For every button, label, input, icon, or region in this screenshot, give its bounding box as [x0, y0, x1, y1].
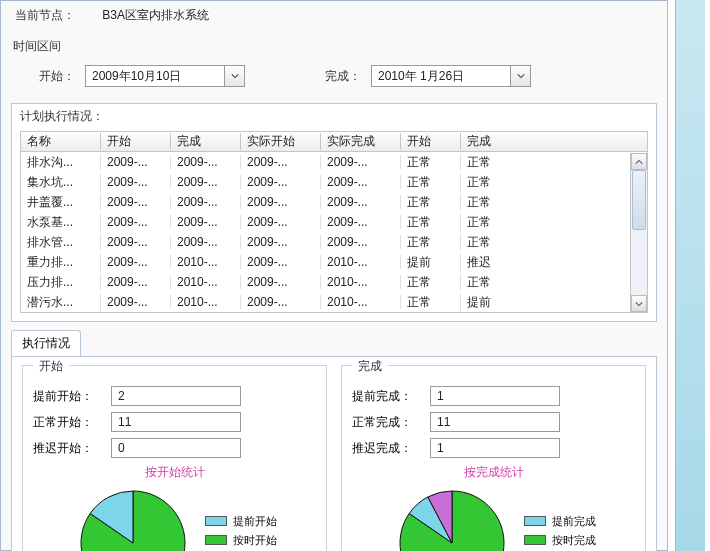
side-strip [675, 0, 705, 551]
end-date-dropdown[interactable] [511, 65, 531, 87]
main-window: 当前节点： B3A区室内排水系统 时间区间 开始： 完成： [0, 0, 668, 551]
late-finish-input[interactable] [430, 438, 560, 458]
cell: 潜污水... [21, 294, 101, 311]
table-row[interactable]: 排水沟...2009-...2009-...2009-...2009-...正常… [21, 152, 647, 172]
cell: 正常 [461, 214, 611, 231]
scroll-down-button[interactable] [631, 295, 647, 312]
scroll-track[interactable] [631, 170, 647, 295]
cell: 2009-... [241, 255, 321, 269]
col-header[interactable]: 开始 [401, 133, 461, 150]
late-start-label: 推迟开始： [33, 440, 103, 457]
normal-finish-input[interactable] [430, 412, 560, 432]
cell: 2009-... [171, 235, 241, 249]
table-body: 排水沟...2009-...2009-...2009-...2009-...正常… [21, 152, 647, 312]
current-node-value: B3A区室内排水系统 [102, 8, 209, 22]
normal-start-input[interactable] [111, 412, 241, 432]
early-finish-input[interactable] [430, 386, 560, 406]
cell: 2009-... [101, 215, 171, 229]
tab-exec[interactable]: 执行情况 [11, 330, 81, 356]
cell: 正常 [461, 194, 611, 211]
table-row[interactable]: 集水坑...2009-...2009-...2009-...2009-...正常… [21, 172, 647, 192]
table-row[interactable]: 排水管...2009-...2009-...2009-...2009-...正常… [21, 232, 647, 252]
col-header[interactable]: 开始 [101, 133, 171, 150]
cell: 2009-... [101, 255, 171, 269]
cell: 2009-... [321, 155, 401, 169]
cell: 正常 [401, 234, 461, 251]
col-header[interactable]: 实际完成 [321, 133, 401, 150]
early-start-input[interactable] [111, 386, 241, 406]
cell: 2009-... [241, 175, 321, 189]
cell: 2009-... [241, 195, 321, 209]
plan-table: 名称开始完成实际开始实际完成开始完成 排水沟...2009-...2009-..… [20, 131, 648, 313]
table-row[interactable]: 压力排...2009-...2010-...2009-...2010-...正常… [21, 272, 647, 292]
finish-panel-title: 完成 [352, 358, 388, 375]
cell: 集水坑... [21, 174, 101, 191]
late-start-input[interactable] [111, 438, 241, 458]
start-pie-chart [73, 485, 193, 551]
cell: 正常 [401, 194, 461, 211]
cell: 2009-... [101, 235, 171, 249]
normal-start-label: 正常开始： [33, 414, 103, 431]
cell: 2010-... [321, 295, 401, 309]
start-panel: 开始 提前开始： 正常开始： 推迟开始： 按开始统计 [22, 365, 327, 551]
start-date-label: 开始： [39, 68, 75, 85]
swatch-ontime-icon [205, 535, 227, 545]
swatch-ontime-icon [524, 535, 546, 545]
start-panel-title: 开始 [33, 358, 69, 375]
cell: 正常 [401, 214, 461, 231]
legend-label: 按时完成 [552, 533, 596, 548]
end-date-group: 完成： [325, 65, 531, 87]
cell: 正常 [461, 174, 611, 191]
cell: 2010-... [321, 255, 401, 269]
col-header[interactable]: 完成 [461, 133, 611, 150]
plan-group-title: 计划执行情况： [12, 104, 656, 131]
start-date-input[interactable] [85, 65, 225, 87]
table-row[interactable]: 水泵基...2009-...2009-...2009-...2009-...正常… [21, 212, 647, 232]
cell: 2009-... [321, 215, 401, 229]
early-start-label: 提前开始： [33, 388, 103, 405]
end-date-label: 完成： [325, 68, 361, 85]
swatch-early-icon [205, 516, 227, 526]
cell: 2009-... [171, 175, 241, 189]
col-header[interactable]: 实际开始 [241, 133, 321, 150]
cell: 正常 [401, 174, 461, 191]
col-header[interactable]: 完成 [171, 133, 241, 150]
cell: 井盖覆... [21, 194, 101, 211]
start-legend: 提前开始 按时开始 推迟开始 [205, 514, 277, 552]
cell: 正常 [401, 274, 461, 291]
table-scrollbar[interactable] [630, 153, 647, 312]
end-date-input[interactable] [371, 65, 511, 87]
cell: 正常 [401, 294, 461, 311]
col-header[interactable]: 名称 [21, 133, 101, 150]
swatch-early-icon [524, 516, 546, 526]
cell: 提前 [401, 254, 461, 271]
table-row[interactable]: 潜污水...2009-...2010-...2009-...2010-...正常… [21, 292, 647, 312]
time-section-title: 时间区间 [11, 34, 657, 59]
table-row[interactable]: 重力排...2009-...2010-...2009-...2010-...提前… [21, 252, 647, 272]
cell: 2009-... [241, 155, 321, 169]
late-finish-label: 推迟完成： [352, 440, 422, 457]
cell: 2009-... [321, 235, 401, 249]
cell: 2009-... [241, 275, 321, 289]
scroll-thumb[interactable] [632, 170, 646, 230]
early-finish-label: 提前完成： [352, 388, 422, 405]
finish-chart-title: 按完成统计 [352, 464, 635, 481]
cell: 2009-... [241, 215, 321, 229]
cell: 2010-... [321, 275, 401, 289]
legend-label: 提前完成 [552, 514, 596, 529]
table-row[interactable]: 井盖覆...2009-...2009-...2009-...2009-...正常… [21, 192, 647, 212]
scroll-up-button[interactable] [631, 153, 647, 170]
cell: 2009-... [101, 195, 171, 209]
cell: 2009-... [101, 275, 171, 289]
cell: 排水沟... [21, 154, 101, 171]
cell: 2010-... [171, 275, 241, 289]
current-node-row: 当前节点： B3A区室内排水系统 [1, 1, 667, 30]
cell: 水泵基... [21, 214, 101, 231]
cell: 2009-... [101, 295, 171, 309]
start-date-dropdown[interactable] [225, 65, 245, 87]
cell: 2010-... [171, 295, 241, 309]
start-date-group: 开始： [39, 65, 245, 87]
normal-finish-label: 正常完成： [352, 414, 422, 431]
cell: 正常 [461, 154, 611, 171]
start-chart-title: 按开始统计 [33, 464, 316, 481]
